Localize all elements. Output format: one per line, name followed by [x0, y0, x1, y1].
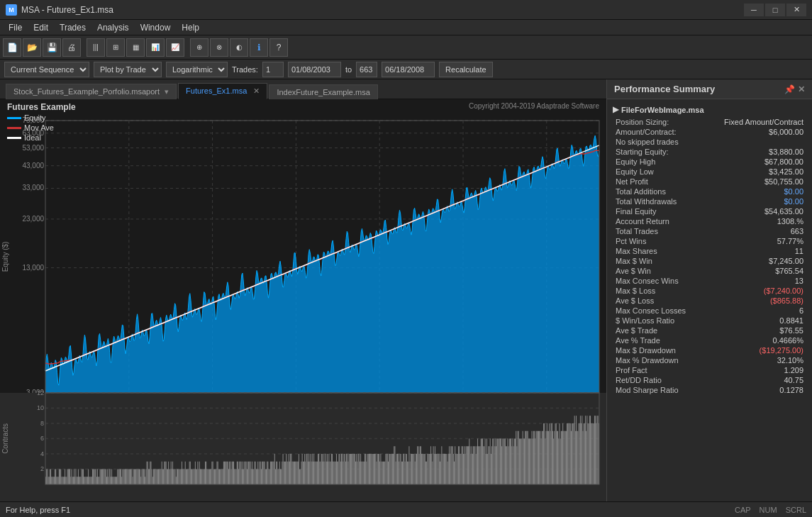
status-bar: For Help, press F1 CAP NUM SCRL: [0, 501, 812, 517]
perf-rows-container: Position Sizing:Fixed Amount/ContractAmo…: [607, 117, 812, 395]
perf-row: Starting Equity:$3,880.00: [607, 147, 812, 157]
trades-label: Trades:: [232, 65, 258, 74]
perf-row: Ave $ Trade$76.55: [607, 326, 812, 335]
title-bar: M MSA - Futures_Ex1.msa ─ □ ✕: [0, 0, 812, 20]
menu-trades[interactable]: Trades: [54, 21, 91, 34]
tb-b7[interactable]: ⊗: [210, 38, 228, 57]
main-chart-canvas: [0, 99, 606, 501]
to-label: to: [345, 65, 352, 74]
trades-input[interactable]: [262, 62, 284, 77]
chart-area: Stock_Futures_Example_Porfolio.msaport ▾…: [0, 79, 606, 501]
menu-bar: File Edit Trades Analysis Window Help: [0, 20, 812, 35]
close-button[interactable]: ✕: [786, 4, 806, 16]
perf-row: Max $ Drawdown($19,275.00): [607, 345, 812, 355]
perf-close-icon[interactable]: ✕: [798, 84, 805, 94]
tb-info[interactable]: ℹ: [250, 38, 268, 57]
main-area: Stock_Futures_Example_Porfolio.msaport ▾…: [0, 79, 812, 501]
tab-dropdown-icon[interactable]: ▾: [165, 87, 169, 96]
tb-save[interactable]: 💾: [43, 38, 61, 57]
chart-copyright: Copyright 2004-2019 Adaptrade Software: [469, 102, 599, 110]
sequence-dropdown[interactable]: Current Sequence: [4, 62, 89, 77]
perf-row: Final Equity$54,635.00: [607, 206, 812, 216]
tb-help[interactable]: ?: [269, 38, 288, 57]
performance-header: Performance Summary 📌 ✕: [607, 79, 812, 99]
tab-close-icon[interactable]: ✕: [253, 87, 260, 95]
tab-portfolio[interactable]: Stock_Futures_Example_Porfolio.msaport ▾: [6, 84, 177, 99]
scrl-indicator: SCRL: [786, 506, 806, 514]
perf-filename: FileForWebImage.msa: [621, 106, 704, 114]
perf-row: Ave $ Loss($865.88): [607, 296, 812, 306]
perf-row: Max $ Loss($7,240.00): [607, 286, 812, 296]
tb-b2[interactable]: ⊞: [106, 38, 125, 57]
status-indicators: CAP NUM SCRL: [735, 506, 806, 514]
options-bar: Current Sequence Plot by Trade Logarithm…: [0, 60, 812, 79]
perf-row: Amount/Contract:$6,000.00: [607, 127, 812, 137]
minimize-button[interactable]: ─: [744, 4, 764, 16]
status-text: For Help, press F1: [6, 506, 70, 514]
menu-help[interactable]: Help: [176, 21, 205, 34]
legend-ideal: Ideal: [24, 133, 41, 142]
chart-container: Futures Example Copyright 2004-2019 Adap…: [0, 99, 606, 501]
perf-row: Mod Sharpe Ratio0.1278: [607, 385, 812, 395]
performance-content: ▶ FileForWebImage.msa Position Sizing:Fi…: [607, 99, 812, 501]
scale-dropdown[interactable]: Logarithmic: [166, 62, 228, 77]
tb-b8[interactable]: ◐: [230, 38, 248, 57]
menu-file[interactable]: File: [3, 21, 28, 34]
tab-futures[interactable]: Futures_Ex1.msa ✕: [178, 83, 267, 99]
perf-row: Ret/DD Ratio40.75: [607, 375, 812, 385]
tb-b1[interactable]: |||: [87, 38, 105, 57]
perf-row: Max % Drawdown32.10%: [607, 355, 812, 365]
tb-open[interactable]: 📂: [23, 38, 41, 57]
tb-b4[interactable]: 📊: [146, 38, 165, 57]
to-value-input[interactable]: [356, 62, 377, 77]
title-text: MSA - Futures_Ex1.msa: [21, 5, 113, 15]
perf-file-label: ▶ FileForWebImage.msa: [607, 102, 812, 117]
tb-print[interactable]: 🖨: [62, 38, 81, 57]
perf-row: $ Win/Loss Ratio0.8841: [607, 316, 812, 326]
tb-b6[interactable]: ⊕: [190, 38, 208, 57]
to-date-input[interactable]: [382, 62, 435, 77]
tb-b3[interactable]: ▦: [126, 38, 145, 57]
num-indicator: NUM: [760, 506, 777, 514]
perf-row: Equity Low$3,425.00: [607, 167, 812, 177]
perf-row: Max Consec Losses6: [607, 306, 812, 316]
title-buttons: ─ □ ✕: [744, 4, 806, 16]
chart-title: Futures Example: [7, 102, 76, 112]
tb-b5[interactable]: 📈: [166, 38, 184, 57]
perf-row: Max $ Win$7,245.00: [607, 256, 812, 266]
perf-row: Equity High$67,800.00: [607, 157, 812, 167]
app-icon: M: [6, 4, 17, 16]
legend-movave: Mov Ave: [24, 123, 54, 132]
menu-analysis[interactable]: Analysis: [91, 21, 135, 34]
legend-equity: Equity: [24, 113, 46, 122]
menu-window[interactable]: Window: [135, 21, 177, 34]
cap-indicator: CAP: [735, 506, 751, 514]
performance-title: Performance Summary: [614, 84, 715, 94]
perf-row: No skipped trades: [607, 137, 812, 147]
recalculate-button[interactable]: Recalculate: [439, 62, 492, 77]
perf-row: Max Shares11: [607, 246, 812, 256]
maximize-button[interactable]: □: [765, 4, 785, 16]
tb-new[interactable]: 📄: [3, 38, 21, 57]
from-date-input[interactable]: [288, 62, 341, 77]
menu-edit[interactable]: Edit: [28, 21, 54, 34]
perf-row: Ave $ Win$765.54: [607, 266, 812, 276]
toolbar: 📄 📂 💾 🖨 ||| ⊞ ▦ 📊 📈 ⊕ ⊗ ◐ ℹ ?: [0, 35, 812, 60]
tab-index[interactable]: IndexFuture_Example.msa: [269, 84, 377, 99]
perf-row: Ave % Trade0.4666%: [607, 335, 812, 345]
chart-legend: Equity Mov Ave Ideal: [7, 113, 54, 143]
perf-row: Max Consec Wins13: [607, 276, 812, 286]
perf-row: Pct Wins57.77%: [607, 236, 812, 246]
perf-row: Account Return1308.%: [607, 216, 812, 226]
perf-row: Net Profit$50,755.00: [607, 177, 812, 187]
plot-by-dropdown[interactable]: Plot by Trade: [94, 62, 162, 77]
perf-row: Prof Fact1.209: [607, 365, 812, 375]
perf-row: Total Additions$0.00: [607, 187, 812, 196]
perf-row: Total Trades663: [607, 226, 812, 236]
perf-row: Position Sizing:Fixed Amount/Contract: [607, 117, 812, 127]
performance-panel: Performance Summary 📌 ✕ ▶ FileForWebImag…: [606, 79, 812, 501]
perf-row: Total Withdrawals$0.00: [607, 196, 812, 206]
perf-pin-icon[interactable]: 📌: [784, 84, 795, 94]
tab-bar: Stock_Futures_Example_Porfolio.msaport ▾…: [0, 79, 606, 99]
